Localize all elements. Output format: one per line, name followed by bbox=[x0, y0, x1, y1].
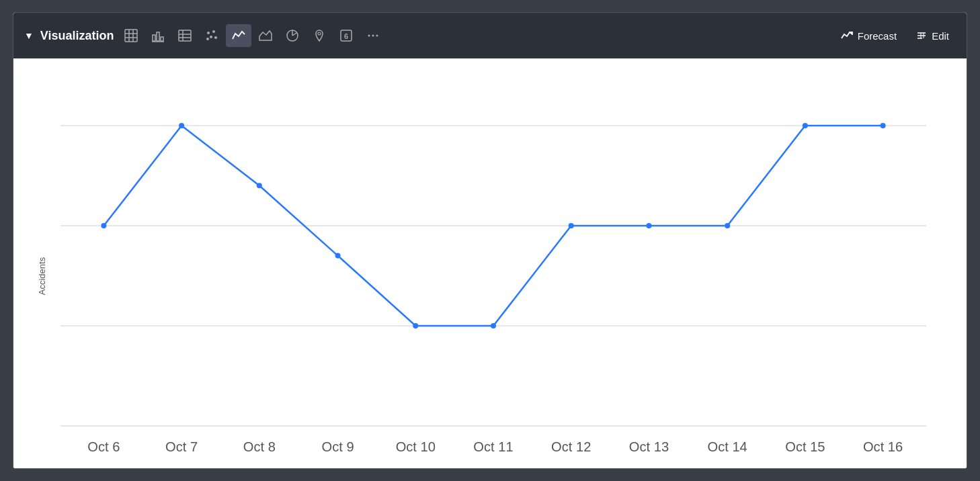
table-icon-btn[interactable] bbox=[118, 24, 144, 47]
svg-text:Oct 16: Oct 16 bbox=[863, 439, 903, 453]
line-chart-icon-btn[interactable] bbox=[226, 24, 251, 47]
svg-point-13 bbox=[207, 32, 210, 34]
data-point-oct11 bbox=[491, 323, 496, 329]
y-axis-label: Accidents bbox=[37, 257, 47, 295]
svg-rect-6 bbox=[157, 32, 159, 41]
svg-text:Oct 12: Oct 12 bbox=[551, 439, 591, 453]
svg-rect-0 bbox=[125, 30, 137, 42]
number-icon-btn[interactable]: 6 bbox=[333, 24, 359, 47]
svg-text:Oct 8: Oct 8 bbox=[243, 439, 276, 453]
svg-rect-9 bbox=[179, 30, 191, 41]
bar-chart-icon-btn[interactable] bbox=[145, 24, 171, 47]
chart-area: Accidents Event Date 0 1 2 3 Oct 6 Oct 7… bbox=[13, 58, 967, 469]
gantt-icon-btn[interactable] bbox=[172, 24, 198, 47]
map-icon-btn[interactable] bbox=[307, 24, 332, 47]
svg-point-14 bbox=[212, 30, 215, 33]
svg-text:6: 6 bbox=[344, 32, 348, 40]
svg-point-26 bbox=[372, 35, 374, 37]
line-chart: 0 1 2 3 Oct 6 Oct 7 Oct 8 Oct 9 Oct 10 O… bbox=[60, 72, 926, 453]
collapse-icon[interactable]: ▼ bbox=[24, 30, 34, 41]
edit-button[interactable]: Edit bbox=[909, 26, 956, 46]
svg-text:Oct 7: Oct 7 bbox=[165, 439, 198, 453]
more-icon-btn[interactable] bbox=[360, 24, 386, 47]
svg-point-22 bbox=[318, 32, 321, 35]
svg-text:Oct 11: Oct 11 bbox=[473, 439, 513, 453]
data-point-oct12 bbox=[569, 223, 574, 228]
svg-point-17 bbox=[206, 38, 209, 40]
svg-text:Oct 9: Oct 9 bbox=[322, 439, 354, 453]
data-point-oct15 bbox=[803, 123, 808, 128]
scatter-icon-btn[interactable] bbox=[199, 24, 224, 47]
pie-chart-icon-btn[interactable] bbox=[280, 24, 305, 47]
toolbar: ▼ Visualization bbox=[13, 13, 967, 58]
panel-title: Visualization bbox=[40, 29, 114, 43]
svg-text:Oct 10: Oct 10 bbox=[396, 439, 436, 453]
svg-rect-5 bbox=[153, 35, 155, 41]
svg-line-21 bbox=[292, 33, 296, 36]
svg-point-25 bbox=[368, 35, 370, 37]
data-point-oct13 bbox=[646, 223, 651, 228]
data-point-oct8 bbox=[257, 183, 262, 188]
svg-text:Oct 6: Oct 6 bbox=[87, 439, 120, 453]
data-point-oct14 bbox=[725, 223, 730, 228]
svg-text:Oct 13: Oct 13 bbox=[629, 439, 669, 453]
svg-point-15 bbox=[210, 36, 212, 38]
area-chart-icon-btn[interactable] bbox=[253, 24, 278, 47]
toolbar-left: ▼ Visualization bbox=[24, 24, 831, 47]
svg-point-16 bbox=[214, 36, 217, 39]
svg-text:Oct 14: Oct 14 bbox=[708, 439, 747, 453]
data-point-oct9 bbox=[335, 253, 341, 259]
svg-marker-18 bbox=[259, 31, 272, 40]
forecast-button[interactable]: Forecast bbox=[833, 25, 903, 46]
toolbar-icons: 6 bbox=[118, 24, 386, 47]
toolbar-right: Forecast Edit bbox=[833, 25, 956, 46]
svg-point-27 bbox=[376, 35, 378, 37]
data-point-oct7 bbox=[179, 123, 184, 128]
data-point-oct6 bbox=[101, 223, 106, 228]
data-point-oct16 bbox=[881, 123, 886, 128]
svg-text:Oct 15: Oct 15 bbox=[785, 439, 825, 453]
svg-rect-7 bbox=[161, 37, 163, 41]
visualization-panel: ▼ Visualization bbox=[13, 12, 967, 469]
data-point-oct10 bbox=[413, 323, 418, 329]
